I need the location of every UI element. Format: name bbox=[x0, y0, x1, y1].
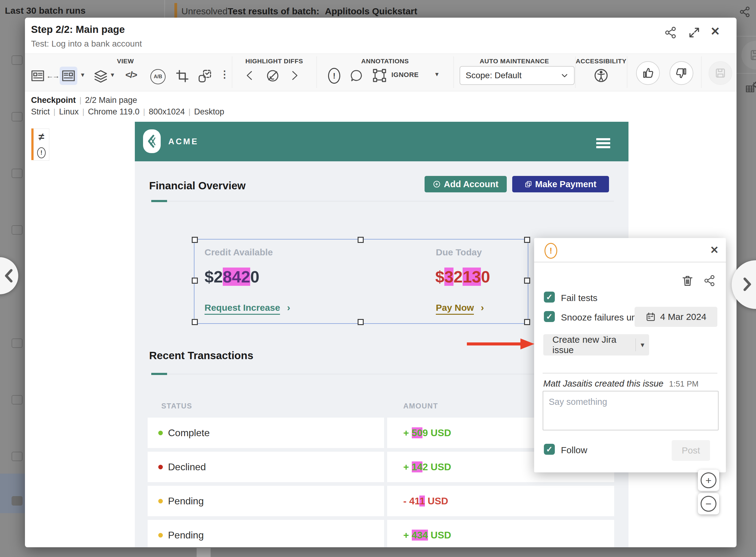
comment-icon[interactable] bbox=[350, 68, 363, 83]
fail-tests-checkbox[interactable]: ✓ bbox=[544, 292, 555, 302]
zoom-in-button[interactable]: + bbox=[698, 470, 719, 491]
request-increase-link[interactable]: Request Increase › bbox=[205, 302, 290, 313]
region-handle[interactable] bbox=[192, 277, 198, 284]
backdrop-checkbox bbox=[11, 169, 23, 178]
region-handle[interactable] bbox=[192, 319, 198, 325]
region-handle[interactable] bbox=[524, 237, 530, 243]
expand-icon[interactable] bbox=[688, 26, 701, 39]
layers-icon[interactable] bbox=[93, 68, 108, 84]
due-today-value: $32130 bbox=[435, 267, 490, 286]
thumbs-up-button[interactable] bbox=[636, 61, 660, 85]
crop-icon[interactable] bbox=[175, 69, 189, 83]
transaction-status: Pending bbox=[168, 496, 204, 507]
popup-divider bbox=[543, 373, 717, 374]
step-details-modal: Step 2/2: Main page Test: Log into a ban… bbox=[25, 18, 736, 547]
status-dot-pending bbox=[158, 499, 163, 503]
follow-label: Follow bbox=[561, 445, 587, 455]
make-payment-button[interactable]: Make Payment bbox=[512, 176, 609, 193]
baseline-view-icon[interactable] bbox=[30, 68, 45, 83]
region-handle[interactable] bbox=[192, 237, 198, 243]
post-button[interactable]: Post bbox=[672, 440, 710, 461]
status-badge: Unresolved bbox=[181, 6, 228, 17]
comment-input[interactable] bbox=[543, 391, 719, 430]
backdrop-checkbox bbox=[11, 339, 23, 348]
edge-divider bbox=[736, 73, 756, 74]
share-step-button[interactable] bbox=[664, 26, 677, 39]
diff-badge-bar bbox=[31, 128, 33, 160]
separator: | bbox=[79, 108, 88, 116]
batch-list-title: Last 30 batch runs bbox=[5, 5, 86, 16]
thumbs-down-button[interactable] bbox=[670, 61, 693, 85]
annotations-caret-icon[interactable]: ▾ bbox=[435, 71, 439, 78]
ignore-region-icon[interactable] bbox=[372, 68, 387, 83]
delete-icon[interactable] bbox=[681, 274, 694, 287]
region-handle[interactable] bbox=[358, 319, 364, 325]
meta-browser: Chrome 119.0 bbox=[88, 107, 140, 116]
menu-icon[interactable] bbox=[596, 136, 610, 150]
annotations-label: ANNOTATIONS bbox=[316, 58, 453, 65]
credit-available-value: $28420 bbox=[205, 267, 259, 286]
compare-arrows-icon: ←→ bbox=[46, 71, 58, 80]
plus-circle-icon bbox=[433, 180, 441, 188]
credit-available-label: Credit Available bbox=[205, 247, 273, 258]
follow-checkbox[interactable]: ✓ bbox=[544, 444, 555, 455]
status-dot-complete bbox=[158, 431, 163, 435]
scope-select[interactable]: Scope: Default bbox=[459, 66, 575, 85]
transaction-amount: - 411 USD bbox=[403, 496, 448, 507]
share-issue-icon[interactable] bbox=[703, 274, 716, 287]
code-view-icon[interactable]: </> bbox=[125, 70, 137, 80]
save-icon bbox=[742, 41, 756, 69]
backdrop-checkbox bbox=[11, 395, 23, 405]
ab-compare-icon[interactable]: A/B bbox=[150, 69, 165, 84]
accessibility-icon[interactable] bbox=[594, 68, 609, 83]
checkpoint-view-icon[interactable] bbox=[60, 67, 77, 85]
more-options-icon[interactable]: ⋮ bbox=[220, 68, 230, 80]
snooze-checkbox[interactable]: ✓ bbox=[544, 311, 555, 322]
edge-divider bbox=[736, 36, 756, 36]
screen: Last 30 batch runs Unresolved Test resul… bbox=[0, 0, 756, 557]
checkpoint-line: Checkpoint|2/2 Main page bbox=[31, 95, 137, 105]
transaction-status: Complete bbox=[168, 427, 210, 439]
transaction-row[interactable]: Pending + 434 USD bbox=[148, 520, 614, 547]
zoom-out-button[interactable]: − bbox=[698, 493, 719, 515]
plus-icon: + bbox=[701, 472, 717, 488]
warning-icon: ! bbox=[544, 243, 557, 259]
close-modal-icon[interactable]: ✕ bbox=[710, 26, 720, 37]
region-handle[interactable] bbox=[524, 277, 530, 284]
transactions-title: Recent Transactions bbox=[149, 349, 253, 361]
region-handle[interactable] bbox=[358, 237, 364, 243]
region-handle[interactable] bbox=[524, 319, 530, 325]
meta-device: Desktop bbox=[194, 107, 224, 116]
save-button[interactable] bbox=[708, 61, 732, 85]
activity-author: Matt Jasaitis created this issue bbox=[543, 379, 663, 388]
ignore-label[interactable]: IGNORE bbox=[391, 71, 419, 79]
layers-caret-icon[interactable]: ▾ bbox=[111, 71, 114, 78]
add-account-button[interactable]: Add Account bbox=[425, 176, 507, 193]
view-mode-caret-icon[interactable]: ▾ bbox=[81, 71, 84, 78]
chevron-left-icon[interactable] bbox=[3, 268, 14, 283]
separator: | bbox=[50, 108, 59, 116]
prev-diff-icon[interactable] bbox=[243, 69, 256, 82]
transaction-row[interactable]: Pending - 411 USD bbox=[148, 486, 614, 516]
transaction-amount: + 142 USD bbox=[403, 462, 451, 473]
create-jira-issue-button[interactable]: Create new Jira issue ▾ bbox=[543, 334, 649, 355]
snooze-date-button[interactable]: 4 Mar 2024 bbox=[635, 307, 717, 327]
brand-name: ACME bbox=[168, 137, 199, 146]
checkpoint-label: Checkpoint bbox=[31, 95, 76, 105]
close-popup-icon[interactable]: ✕ bbox=[710, 245, 719, 255]
toggle-diffs-icon[interactable] bbox=[265, 68, 280, 83]
next-diff-icon[interactable] bbox=[288, 69, 301, 82]
bug-region-icon[interactable]: ! bbox=[328, 68, 340, 84]
jira-caret-icon[interactable]: ▾ bbox=[636, 341, 649, 349]
chevron-right-icon[interactable] bbox=[742, 277, 753, 292]
transaction-amount: + 509 USD bbox=[403, 427, 451, 439]
calendar-icon bbox=[645, 312, 656, 322]
section-rule-accent bbox=[151, 373, 167, 375]
minus-icon: − bbox=[701, 496, 717, 511]
annotation-popup: ! ✕ ✓ Fail tests ✓ Snooze failures until… bbox=[534, 238, 726, 472]
pay-now-link[interactable]: Pay Now › bbox=[436, 302, 484, 313]
match-region-icon[interactable] bbox=[197, 68, 212, 84]
diff-badge[interactable]: ≠ ! bbox=[33, 128, 49, 161]
backdrop-checkbox bbox=[11, 452, 23, 461]
due-today-label: Due Today bbox=[436, 247, 482, 258]
